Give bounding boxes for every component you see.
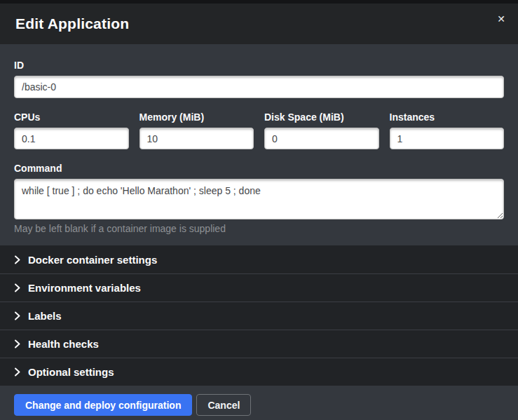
section-label: Environment variables — [28, 282, 141, 294]
section-optional-settings[interactable]: Optional settings — [0, 358, 518, 386]
modal-footer: Change and deploy configuration Cancel — [0, 386, 518, 420]
section-docker-container-settings[interactable]: Docker container settings — [0, 245, 518, 273]
section-environment-variables[interactable]: Environment variables — [0, 273, 518, 302]
instances-field-group: Instances — [390, 111, 505, 149]
cpus-label: CPUs — [14, 111, 129, 123]
modal-title: Edit Application — [15, 15, 129, 32]
section-label: Labels — [28, 310, 62, 322]
application-form: ID CPUs Memory (MiB) Disk Space (MiB) In… — [0, 44, 518, 245]
section-label: Optional settings — [28, 366, 114, 378]
disk-space-label: Disk Space (MiB) — [264, 111, 379, 123]
disk-space-input[interactable] — [264, 128, 379, 149]
chevron-right-icon — [14, 255, 20, 264]
id-input[interactable] — [14, 76, 504, 98]
instances-label: Instances — [390, 111, 505, 123]
section-labels[interactable]: Labels — [0, 302, 518, 330]
memory-label: Memory (MiB) — [139, 111, 254, 123]
close-icon: ✕ — [497, 13, 505, 25]
id-label: ID — [14, 60, 504, 71]
section-health-checks[interactable]: Health checks — [0, 330, 518, 358]
collapsible-sections: Docker container settings Environment va… — [0, 245, 518, 386]
cpus-field-group: CPUs — [14, 111, 129, 149]
edit-application-modal: Edit Application ✕ ID CPUs Memory (MiB) … — [0, 0, 518, 420]
chevron-right-icon — [14, 367, 20, 377]
section-label: Health checks — [28, 338, 99, 350]
resources-row: CPUs Memory (MiB) Disk Space (MiB) Insta… — [14, 111, 504, 149]
disk-space-field-group: Disk Space (MiB) — [264, 111, 379, 149]
command-field-group: Command while [ true ] ; do echo 'Hello … — [14, 163, 504, 234]
deploy-button[interactable]: Change and deploy configuration — [14, 394, 192, 416]
chevron-right-icon — [14, 339, 20, 348]
modal-header: Edit Application ✕ — [0, 4, 518, 44]
memory-field-group: Memory (MiB) — [139, 111, 254, 149]
command-input[interactable]: while [ true ] ; do echo 'Hello Marathon… — [14, 179, 504, 219]
memory-input[interactable] — [139, 128, 254, 149]
close-button[interactable]: ✕ — [493, 11, 510, 27]
cpus-input[interactable] — [14, 128, 129, 149]
id-field-group: ID — [14, 60, 504, 98]
chevron-right-icon — [14, 311, 20, 320]
instances-input[interactable] — [390, 128, 505, 149]
command-label: Command — [14, 163, 504, 174]
cancel-button[interactable]: Cancel — [196, 394, 251, 416]
section-label: Docker container settings — [28, 254, 157, 266]
chevron-right-icon — [14, 283, 20, 292]
command-help-text: May be left blank if a container image i… — [14, 223, 504, 234]
